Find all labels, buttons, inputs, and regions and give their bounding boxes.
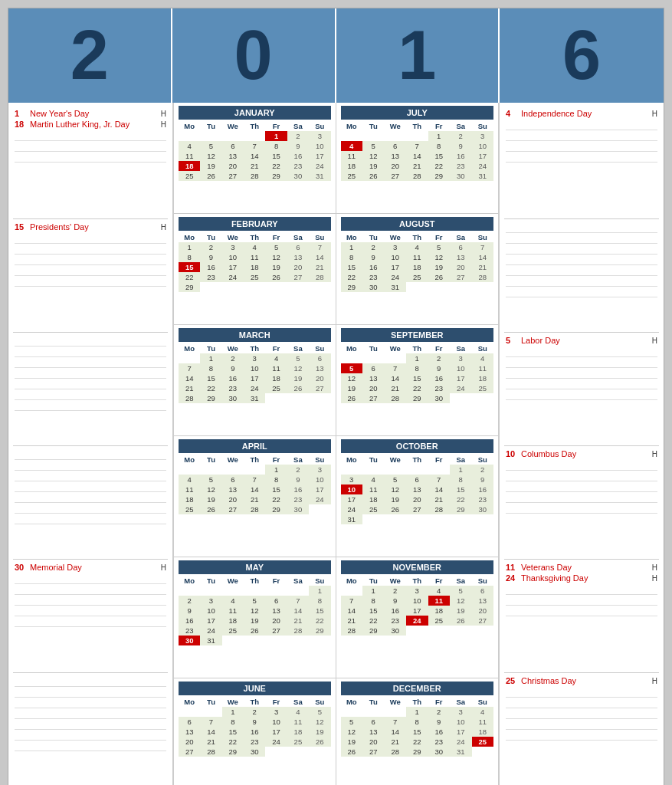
day-cell xyxy=(362,131,385,141)
day-header: We xyxy=(385,576,407,586)
day-header: Su xyxy=(472,232,494,242)
empty-line xyxy=(506,233,657,244)
day-cell: 10 xyxy=(385,252,407,262)
holiday-line: 24Thanksgiving DayH xyxy=(506,573,657,583)
day-cell xyxy=(309,636,330,645)
empty-line xyxy=(15,730,166,741)
day-cell: 1 xyxy=(362,586,385,596)
day-header: Mo xyxy=(179,121,200,131)
day-cell: 23 xyxy=(450,161,472,171)
day-cell: 12 xyxy=(200,484,221,494)
day-header: Mo xyxy=(341,697,363,707)
day-cell: 9 xyxy=(200,252,221,262)
day-cell: 18 xyxy=(472,373,494,383)
empty-line xyxy=(15,616,166,627)
day-cell: 25 xyxy=(341,171,363,181)
day-cell: 17 xyxy=(450,373,472,383)
day-header: Tu xyxy=(362,697,385,707)
day-header: Th xyxy=(244,232,265,242)
month-block: FEBRUARYMoTuWeThFrSaSu123456789101112131… xyxy=(174,214,336,325)
day-cell: 5 xyxy=(287,353,309,363)
day-header: Th xyxy=(406,232,428,242)
day-cell: 8 xyxy=(341,252,363,262)
day-cell: 19 xyxy=(362,161,385,171)
day-header: Sa xyxy=(287,232,309,242)
month-header: OCTOBER xyxy=(341,439,494,453)
day-cell xyxy=(362,514,385,524)
day-cell xyxy=(472,514,494,524)
day-cell: 21 xyxy=(385,383,407,393)
day-header: Fr xyxy=(428,232,451,242)
holiday-tag: H xyxy=(161,223,166,232)
day-cell: 9 xyxy=(179,606,200,616)
day-header: Sa xyxy=(450,697,472,707)
day-cell xyxy=(265,393,287,403)
day-header: Tu xyxy=(362,232,385,242)
day-cell: 19 xyxy=(428,262,451,272)
day-cell: 3 xyxy=(309,465,330,475)
month-block: AUGUSTMoTuWeThFrSaSu12345678910111213141… xyxy=(336,214,499,325)
day-header: Tu xyxy=(200,576,221,586)
day-cell: 3 xyxy=(265,707,287,717)
day-cell: 15 xyxy=(265,484,287,494)
day-cell: 5 xyxy=(200,475,221,484)
empty-line xyxy=(506,698,657,708)
holiday-name: Columbus Day xyxy=(521,449,649,458)
day-header: Mo xyxy=(179,232,200,242)
day-cell: 21 xyxy=(309,262,330,272)
holiday-day: 11 xyxy=(506,563,521,572)
day-cell: 30 xyxy=(362,282,385,292)
empty-line xyxy=(506,503,657,514)
empty-line xyxy=(506,130,657,141)
day-cell: 25 xyxy=(222,626,244,636)
day-cell: 23 xyxy=(428,737,451,747)
holiday-day: 1 xyxy=(15,109,30,118)
day-header: Sa xyxy=(287,455,309,465)
day-cell: 14 xyxy=(244,151,265,161)
day-cell: 7 xyxy=(309,242,330,252)
day-cell: 4 xyxy=(179,141,200,151)
day-cell xyxy=(385,353,407,363)
day-cell: 17 xyxy=(341,494,363,504)
day-cell: 24 xyxy=(222,272,244,282)
day-cell: 5 xyxy=(309,707,330,717)
day-cell: 25 xyxy=(265,383,287,393)
day-header: Sa xyxy=(287,343,309,353)
empty-line xyxy=(506,255,657,265)
month-header: JUNE xyxy=(179,682,331,695)
day-cell: 29 xyxy=(222,747,244,757)
day-cell: 25 xyxy=(428,616,451,626)
day-cell: 25 xyxy=(472,737,494,747)
day-cell xyxy=(406,282,428,292)
day-cell: 26 xyxy=(287,383,309,393)
day-cell xyxy=(341,586,363,596)
day-cell: 8 xyxy=(406,717,428,727)
day-cell: 5 xyxy=(265,242,287,252)
day-cell: 9 xyxy=(287,141,309,151)
month-block: JULYMoTuWeThFrSaSu1234567891011121314151… xyxy=(336,103,499,214)
day-cell: 24 xyxy=(244,383,265,393)
month-block: OCTOBERMoTuWeThFrSaSu1234567891011121314… xyxy=(336,436,499,557)
day-cell: 4 xyxy=(179,475,200,484)
day-cell: 29 xyxy=(265,504,287,514)
day-cell: 20 xyxy=(222,494,244,504)
day-cell: 18 xyxy=(341,161,363,171)
day-cell: 6 xyxy=(362,717,385,727)
day-cell: 12 xyxy=(287,363,309,373)
day-cell: 10 xyxy=(222,252,244,262)
day-cell: 15 xyxy=(309,606,330,616)
day-cell: 6 xyxy=(222,141,244,151)
day-cell: 27 xyxy=(222,171,244,181)
day-cell: 6 xyxy=(265,596,287,606)
day-header: Mo xyxy=(341,343,363,353)
day-cell: 5 xyxy=(341,717,363,727)
day-cell: 27 xyxy=(472,616,494,626)
day-cell: 29 xyxy=(406,747,428,757)
day-cell: 3 xyxy=(406,586,428,596)
day-cell: 14 xyxy=(244,484,265,494)
day-cell: 21 xyxy=(179,383,200,393)
day-cell: 23 xyxy=(287,161,309,171)
day-cell: 30 xyxy=(179,636,200,645)
day-cell: 15 xyxy=(362,606,385,616)
day-cell: 5 xyxy=(244,596,265,606)
